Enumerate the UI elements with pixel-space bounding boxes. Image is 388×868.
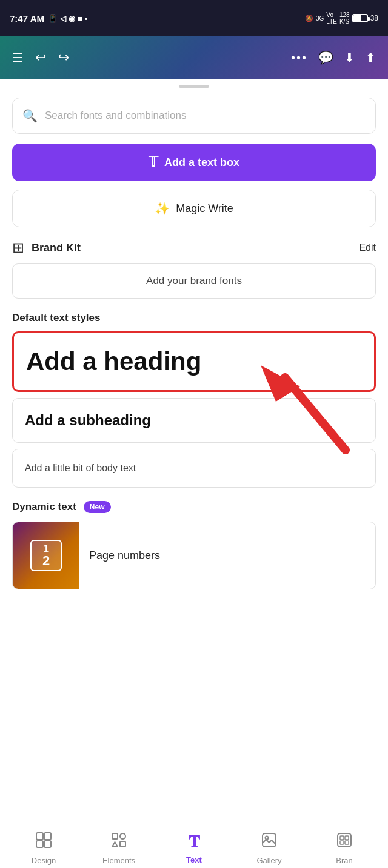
add-brand-fonts-label: Add your brand fonts — [146, 275, 242, 287]
nav-brand-label: Bran — [336, 856, 352, 865]
svg-rect-16 — [345, 841, 349, 844]
download-icon[interactable]: ⬇ — [344, 50, 355, 65]
svg-rect-14 — [345, 836, 349, 840]
status-icons: 📱◁◉■• — [48, 14, 87, 23]
comment-icon[interactable]: 💬 — [318, 50, 333, 65]
battery-icon — [352, 14, 368, 22]
svg-rect-9 — [120, 841, 125, 847]
nav-text-label: Text — [186, 855, 202, 864]
search-icon: 🔍 — [22, 108, 38, 123]
new-badge: New — [84, 501, 111, 513]
svg-rect-15 — [340, 841, 344, 844]
svg-rect-5 — [44, 841, 51, 847]
status-indicators: 🔕 3G VoLTE 128K/S 38 — [305, 12, 378, 25]
svg-marker-8 — [112, 842, 118, 847]
svg-point-11 — [266, 837, 269, 840]
body-text: Add a little bit of body text — [25, 463, 136, 473]
share-icon[interactable]: ⬆ — [366, 50, 376, 65]
nav-design-label: Design — [32, 856, 56, 865]
brand-kit-title: Brand Kit — [32, 242, 81, 254]
page-thumb-inner: 1 2 — [30, 540, 62, 571]
svg-rect-7 — [120, 833, 125, 839]
svg-rect-13 — [340, 836, 344, 840]
heading-section-wrapper: Add a heading — [12, 331, 376, 392]
svg-rect-10 — [263, 833, 276, 847]
magic-write-button[interactable]: ✨ Magic Write — [12, 190, 376, 227]
svg-rect-4 — [36, 841, 43, 847]
nav-gallery-label: Gallery — [256, 856, 281, 865]
dynamic-text-title: Dynamic text — [12, 501, 76, 513]
redo-icon[interactable]: ↪ — [58, 50, 69, 65]
magic-write-icon: ✨ — [155, 201, 170, 216]
bottom-nav: Design Elements 𝐓 Text Gallery — [0, 815, 388, 868]
brand-kit-header: ⊞ Brand Kit Edit — [12, 239, 376, 256]
nav-item-design[interactable]: Design — [6, 832, 81, 865]
nav-item-gallery[interactable]: Gallery — [232, 832, 307, 865]
brand-nav-icon — [336, 832, 353, 853]
elements-icon — [110, 832, 127, 853]
brand-kit-edit-link[interactable]: Edit — [359, 242, 376, 253]
heading-text: Add a heading — [26, 347, 201, 376]
add-textbox-button[interactable]: 𝕋 Add a text box — [12, 144, 376, 181]
menu-icon[interactable]: ☰ — [12, 50, 23, 65]
bottom-sheet-handle-area — [0, 79, 388, 88]
brand-kit-left: ⊞ Brand Kit — [12, 239, 81, 256]
status-time: 7:47 AM 📱◁◉■• — [10, 13, 87, 24]
drag-handle[interactable] — [179, 85, 209, 88]
more-options-icon[interactable]: ••• — [291, 51, 307, 65]
toolbar-right-actions: ••• 💬 ⬇ ⬆ — [291, 50, 376, 65]
subheading-text: Add a subheading — [25, 412, 151, 428]
gallery-icon — [261, 832, 278, 853]
nav-item-brand[interactable]: Bran — [307, 832, 382, 865]
text-icon: 𝕋 — [149, 154, 158, 170]
undo-icon[interactable]: ↩ — [35, 50, 46, 65]
nav-elements-label: Elements — [102, 856, 135, 865]
search-bar[interactable]: 🔍 Search fonts and combinations — [12, 98, 376, 134]
svg-rect-12 — [338, 833, 351, 847]
main-content: 🔍 Search fonts and combinations 𝕋 Add a … — [0, 88, 388, 815]
page-numbers-card[interactable]: 1 2 Page numbers — [12, 522, 376, 589]
add-textbox-label: Add a text box — [164, 156, 239, 169]
page-numbers-thumbnail: 1 2 — [13, 522, 79, 589]
svg-rect-2 — [36, 833, 43, 840]
nav-item-elements[interactable]: Elements — [81, 832, 156, 865]
text-nav-icon: 𝐓 — [189, 832, 200, 852]
status-bar: 7:47 AM 📱◁◉■• 🔕 3G VoLTE 128K/S 38 — [0, 0, 388, 36]
add-body-text-card[interactable]: Add a little bit of body text — [12, 449, 376, 488]
add-subheading-card[interactable]: Add a subheading — [12, 398, 376, 443]
toolbar-left-actions: ☰ ↩ ↪ — [12, 50, 69, 65]
page-numbers-label: Page numbers — [89, 549, 160, 562]
svg-rect-6 — [112, 833, 118, 839]
magic-write-label: Magic Write — [176, 202, 233, 215]
default-text-styles-title: Default text styles — [12, 312, 376, 324]
add-heading-card[interactable]: Add a heading — [12, 331, 376, 392]
brand-kit-icon: ⊞ — [12, 239, 24, 256]
add-brand-fonts-button[interactable]: Add your brand fonts — [12, 263, 376, 299]
page-thumb-num2: 2 — [42, 554, 50, 568]
dynamic-text-header: Dynamic text New — [12, 501, 376, 513]
design-icon — [35, 832, 52, 853]
nav-item-text[interactable]: 𝐓 Text — [156, 832, 232, 864]
toolbar: ☰ ↩ ↪ ••• 💬 ⬇ ⬆ — [0, 36, 388, 79]
svg-rect-3 — [44, 833, 51, 840]
search-placeholder-text: Search fonts and combinations — [45, 110, 186, 122]
